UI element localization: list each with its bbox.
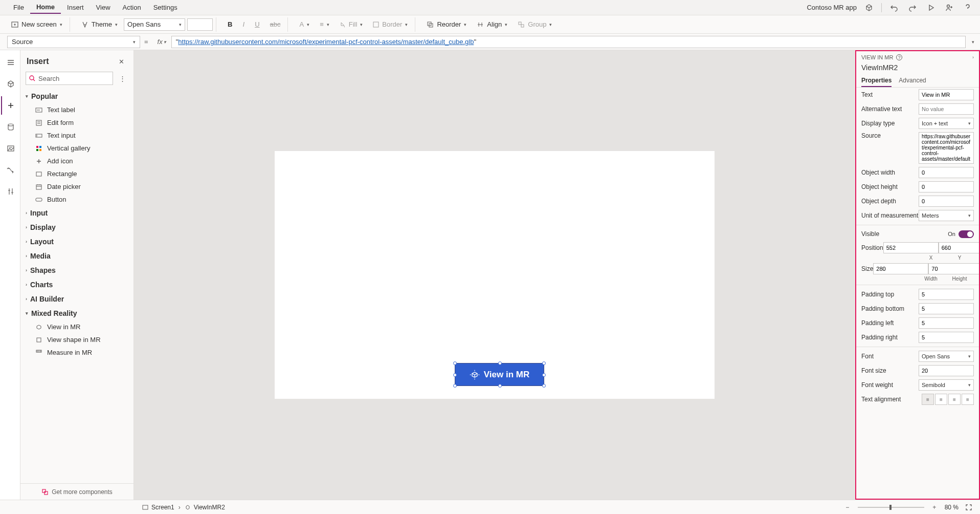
- prop-pbot-input[interactable]: [919, 303, 974, 314]
- rail-media-button[interactable]: [1, 139, 19, 158]
- category-charts[interactable]: ›Charts: [24, 277, 130, 292]
- tab-action[interactable]: Action: [117, 2, 147, 13]
- align-right-button[interactable]: ≡: [948, 394, 961, 405]
- prop-font-select[interactable]: Open Sans▾: [919, 351, 974, 362]
- rail-cube-button[interactable]: [1, 75, 19, 93]
- item-add-icon[interactable]: Add icon: [24, 155, 130, 167]
- expand-icon[interactable]: ›: [972, 55, 974, 60]
- breadcrumb-control[interactable]: ViewInMR2: [181, 504, 229, 511]
- item-edit-form[interactable]: Edit form: [24, 116, 130, 129]
- zoom-slider[interactable]: [858, 507, 924, 508]
- tab-home[interactable]: Home: [30, 1, 61, 14]
- view-in-mr-control[interactable]: View in MR: [455, 363, 544, 386]
- prop-source-input[interactable]: https://raw.githubusercontent.com/micros…: [919, 132, 974, 164]
- strikethrough-button[interactable]: abc: [266, 19, 285, 30]
- item-date-picker[interactable]: Date picker: [24, 180, 130, 193]
- item-rectangle[interactable]: Rectangle: [24, 167, 130, 180]
- help-icon[interactable]: [962, 2, 974, 14]
- svg-rect-2: [373, 22, 378, 27]
- item-view-in-mr[interactable]: View in MR: [24, 320, 130, 333]
- formula-input[interactable]: "https://raw.githubusercontent.com/micro…: [171, 36, 966, 48]
- align-justify-button[interactable]: ≡: [962, 394, 974, 405]
- item-view-shape-in-mr[interactable]: View shape in MR: [24, 333, 130, 346]
- item-text-label[interactable]: Text label: [24, 103, 130, 116]
- insert-more-icon[interactable]: ⋮: [116, 72, 128, 84]
- font-select[interactable]: Open Sans▾: [124, 18, 185, 31]
- svg-point-9: [30, 76, 34, 80]
- formula-expand-button[interactable]: ▾: [966, 39, 980, 45]
- category-shapes[interactable]: ›Shapes: [24, 263, 130, 277]
- prop-odepth-input[interactable]: [919, 196, 974, 207]
- tab-settings[interactable]: Settings: [147, 2, 184, 13]
- share-icon[interactable]: [943, 2, 955, 14]
- align-center-button[interactable]: ≡: [935, 394, 947, 405]
- zoom-in-button[interactable]: +: [928, 501, 941, 513]
- breadcrumb-screen[interactable]: Screen1: [138, 504, 179, 511]
- prop-height-input[interactable]: [928, 263, 980, 274]
- tab-properties[interactable]: Properties: [861, 75, 892, 87]
- prop-y-input[interactable]: [939, 242, 980, 253]
- new-screen-button[interactable]: New screen▾: [7, 19, 66, 30]
- category-aibuilder[interactable]: ›AI Builder: [24, 292, 130, 306]
- item-vertical-gallery[interactable]: Vertical gallery: [24, 142, 130, 155]
- category-display[interactable]: ›Display: [24, 220, 130, 234]
- prop-fsize-input[interactable]: [919, 365, 974, 376]
- undo-icon[interactable]: [888, 2, 900, 14]
- fill-button[interactable]: Fill▾: [336, 19, 367, 30]
- prop-alt-input[interactable]: [919, 103, 974, 115]
- category-media[interactable]: ›Media: [24, 249, 130, 263]
- canvas-screen[interactable]: View in MR: [275, 151, 715, 399]
- prop-pleft-input[interactable]: [919, 317, 974, 329]
- tab-insert[interactable]: Insert: [61, 2, 90, 13]
- play-icon[interactable]: [925, 2, 937, 14]
- border-button[interactable]: Border▾: [369, 19, 412, 30]
- align-button[interactable]: Align▾: [473, 19, 511, 30]
- version-history-icon[interactable]: [863, 2, 875, 14]
- prop-unit-select[interactable]: Meters▾: [919, 210, 974, 221]
- close-icon[interactable]: ✕: [115, 55, 127, 68]
- prop-oheight-input[interactable]: [919, 181, 974, 192]
- prop-visible-toggle[interactable]: [959, 230, 974, 238]
- font-size-input[interactable]: [187, 18, 213, 31]
- align-left-button[interactable]: ≡: [922, 394, 934, 405]
- tab-view[interactable]: View: [90, 2, 117, 13]
- search-input[interactable]: Search: [26, 72, 113, 85]
- zoom-out-button[interactable]: −: [841, 501, 854, 513]
- underline-button[interactable]: U: [251, 19, 263, 30]
- prop-text-input[interactable]: [919, 89, 974, 100]
- redo-icon[interactable]: [906, 2, 919, 14]
- reorder-button[interactable]: Reorder▾: [422, 19, 471, 30]
- rail-data-button[interactable]: [1, 118, 19, 136]
- group-button[interactable]: Group▾: [514, 19, 556, 30]
- italic-button[interactable]: I: [239, 19, 249, 30]
- get-more-components[interactable]: Get more components: [20, 483, 133, 500]
- property-select[interactable]: Source▾: [7, 36, 140, 48]
- category-popular[interactable]: ▾Popular: [24, 89, 130, 103]
- prop-display-select[interactable]: Icon + text▾: [919, 118, 974, 129]
- font-color-button[interactable]: A▾: [295, 19, 314, 30]
- theme-button[interactable]: Theme▾: [77, 19, 122, 30]
- text-align-button[interactable]: ≡▾: [316, 19, 333, 30]
- item-button[interactable]: Button: [24, 193, 130, 206]
- tab-advanced[interactable]: Advanced: [899, 75, 926, 87]
- category-layout[interactable]: ›Layout: [24, 234, 130, 249]
- prop-ptop-input[interactable]: [919, 289, 974, 300]
- bold-button[interactable]: B: [224, 19, 236, 30]
- rail-insert-button[interactable]: [1, 96, 19, 115]
- category-input[interactable]: ›Input: [24, 206, 130, 220]
- rail-advanced-button[interactable]: [1, 182, 19, 201]
- tab-file[interactable]: File: [7, 2, 30, 13]
- prop-pright-input[interactable]: [919, 332, 974, 343]
- rail-tree-button[interactable]: [1, 53, 19, 72]
- prop-x-input[interactable]: [883, 242, 939, 253]
- prop-owidth-input[interactable]: [919, 167, 974, 178]
- prop-width-input[interactable]: [873, 263, 928, 274]
- help-icon[interactable]: ?: [896, 54, 902, 60]
- item-measure-in-mr[interactable]: Measure in MR: [24, 346, 130, 359]
- item-text-input[interactable]: Text input: [24, 129, 130, 142]
- canvas-area[interactable]: View in MR: [134, 50, 855, 500]
- fit-screen-button[interactable]: [963, 501, 975, 513]
- prop-fweight-select[interactable]: Semibold▾: [919, 379, 974, 391]
- rail-flow-button[interactable]: [1, 161, 19, 179]
- category-mixed-reality[interactable]: ▾Mixed Reality: [24, 306, 130, 320]
